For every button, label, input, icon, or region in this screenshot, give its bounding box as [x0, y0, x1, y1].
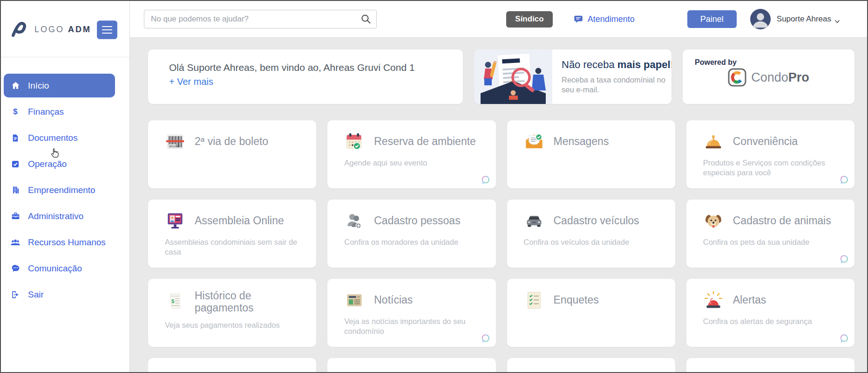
sidebar-item-comunicacao[interactable]: Comunicação: [4, 256, 115, 280]
card-head: Prestação de contas: [148, 358, 316, 372]
svg-text:$: $: [171, 298, 174, 304]
card-graficos[interactable]: Gráficos: [327, 358, 495, 372]
sidebar-item-sair[interactable]: Sair: [4, 283, 115, 306]
checklist-icon: [524, 290, 544, 311]
card-prestacao-de-contas[interactable]: Prestação de contas: [148, 358, 316, 372]
card-enquetes[interactable]: Enquetes: [507, 279, 675, 347]
chat-balloon-icon[interactable]: [481, 175, 490, 185]
welcome-card: Olá Suporte Ahreas, bem vindo ao, Ahreas…: [148, 49, 463, 104]
camera-icon: [703, 369, 724, 372]
card-title: Reserva de ambiente: [374, 136, 476, 148]
card-noticias[interactable]: NotíciasVeja as notícias importantes do …: [327, 279, 495, 347]
card-head: Enquetes: [507, 279, 675, 311]
svg-text:001010: 001010: [169, 145, 179, 148]
card-title: 2ª via de boleto: [195, 136, 268, 148]
card-title: Enquetes: [554, 294, 599, 306]
sidebar-item-operacao[interactable]: Operação: [4, 152, 115, 176]
card-2-via-de-boleto[interactable]: 0010102ª via de boleto: [148, 120, 316, 188]
paperless-illustration: [474, 49, 552, 104]
card-title: Cadastro veículos: [554, 215, 639, 227]
card-head: Alertas: [686, 279, 854, 311]
chat-icon: [9, 263, 21, 274]
card-reserva-de-ambiente[interactable]: Reserva de ambienteAgende aqui seu event…: [327, 120, 495, 188]
building-icon: [9, 185, 21, 195]
see-more-link[interactable]: + Ver mais: [169, 76, 213, 87]
feature-cards-grid: 0010102ª via de boletoReserva de ambient…: [148, 120, 854, 372]
card-title: Mensagens: [554, 136, 609, 148]
person-add-icon: [344, 211, 365, 231]
card-conveniencia[interactable]: ConveniênciaProdutos e Serviços com cond…: [686, 120, 854, 188]
search-input[interactable]: [144, 10, 377, 28]
card-head: Reserva de ambiente: [327, 120, 495, 152]
sidebar-item-empreendimento[interactable]: Empreendimento: [4, 178, 115, 202]
card-subtitle: Assembleias condominiais sem sair de cas…: [148, 231, 316, 257]
sidebar-item-label: Recursos Humanos: [28, 237, 106, 248]
card-head: Câmeras: [686, 358, 854, 372]
panel-button[interactable]: Painel: [687, 10, 737, 28]
card-title: Assembleia Online: [195, 215, 284, 227]
card-subtitle: Confira os alertas de segurança: [686, 311, 854, 326]
chat-balloon-icon[interactable]: [840, 334, 849, 343]
card-title: Alertas: [733, 294, 766, 306]
service-bell-icon: [703, 131, 724, 152]
sidebar-item-recursos-humanos[interactable]: Recursos Humanos: [4, 230, 115, 254]
powered-by-card: Powered by: [683, 49, 854, 104]
card-head: Assembleia Online: [148, 200, 316, 231]
card-title: Cadastro de animais: [733, 215, 831, 227]
card-cadastro-pessoas[interactable]: Cadastro pessoasConfira os moradores da …: [327, 200, 495, 268]
chat-balloon-icon[interactable]: [840, 175, 849, 185]
sidebar: LOGO ADM Início$FinançasDocumentosOperaç…: [1, 1, 130, 372]
sidebar-item-label: Empreendimento: [28, 185, 95, 195]
card-head: Cadastro veículos: [507, 200, 675, 231]
checkbox-icon: [9, 159, 21, 169]
sidebar-item-label: Início: [28, 81, 49, 91]
newspaper-icon: [344, 290, 365, 311]
search-icon[interactable]: [360, 14, 372, 25]
sidebar-item-administrativo[interactable]: Administrativo: [4, 204, 115, 228]
card-head: Documentos: [507, 358, 675, 372]
pie-chart-icon: [344, 369, 365, 372]
dog-icon: [703, 211, 724, 231]
condopro-logo-icon: [728, 68, 746, 87]
user-menu[interactable]: Suporte Ahreas: [777, 14, 831, 24]
card-subtitle: Agende aqui seu evento: [327, 152, 495, 168]
briefcase-icon: [9, 211, 21, 221]
calendar-check-icon: [344, 131, 365, 152]
chat-balloon-icon[interactable]: [840, 255, 849, 264]
dollar-icon: $: [9, 107, 21, 117]
sidebar-item-label: Sair: [28, 290, 44, 300]
card-cadastro-veiculos[interactable]: Cadastro veículosConfira os veículos da …: [507, 200, 675, 268]
siren-icon: [703, 290, 724, 311]
receipt-icon: $: [165, 292, 185, 312]
chevron-down-icon[interactable]: [834, 17, 840, 21]
role-badge-button[interactable]: Síndico: [506, 11, 552, 28]
search: [144, 10, 377, 28]
card-title: Notícias: [374, 294, 413, 306]
card-documentos[interactable]: Documentos: [507, 358, 675, 372]
home-icon: [9, 81, 21, 91]
app-window: LOGO ADM Início$FinançasDocumentosOperaç…: [0, 0, 868, 373]
banner-title: Não receba mais papel!: [562, 59, 671, 71]
card-head: Cadastro pessoas: [327, 200, 495, 231]
support-link[interactable]: Atendimento: [573, 14, 635, 24]
paperless-banner[interactable]: Não receba mais papel! Receba a taxa con…: [474, 49, 671, 104]
sidebar-item-inicio[interactable]: Início: [4, 74, 115, 97]
card-mensagens[interactable]: Mensagens: [507, 120, 675, 188]
sidebar-item-documentos[interactable]: Documentos: [4, 126, 115, 150]
card-cadastro-de-animais[interactable]: Cadastro de animaisConfira os pets da su…: [686, 200, 854, 268]
card-subtitle: Veja as notícias importantes do seu cond…: [327, 311, 495, 336]
chat-balloon-icon[interactable]: [481, 334, 490, 343]
card-cameras[interactable]: Câmeras: [686, 358, 854, 372]
menu-toggle-button[interactable]: [97, 21, 117, 39]
top-row: Olá Suporte Ahreas, bem vindo ao, Ahreas…: [148, 49, 854, 104]
card-assembleia-online[interactable]: Assembleia OnlineAssembleias condominiai…: [148, 200, 316, 268]
avatar[interactable]: [750, 9, 771, 29]
card-historico-de-pagamentos[interactable]: $Histórico de pagamentosVeja seus pagame…: [148, 279, 316, 347]
powered-by-label: Powered by: [695, 58, 737, 67]
card-title: Histórico de pagamentos: [195, 290, 304, 314]
sidebar-item-financas[interactable]: $Finanças: [4, 100, 115, 124]
card-alertas[interactable]: AlertasConfira os alertas de segurança: [686, 279, 854, 347]
content-area: Olá Suporte Ahreas, bem vindo ao, Ahreas…: [130, 38, 867, 372]
logout-icon: [9, 290, 21, 300]
archive-box-icon: [524, 369, 544, 372]
